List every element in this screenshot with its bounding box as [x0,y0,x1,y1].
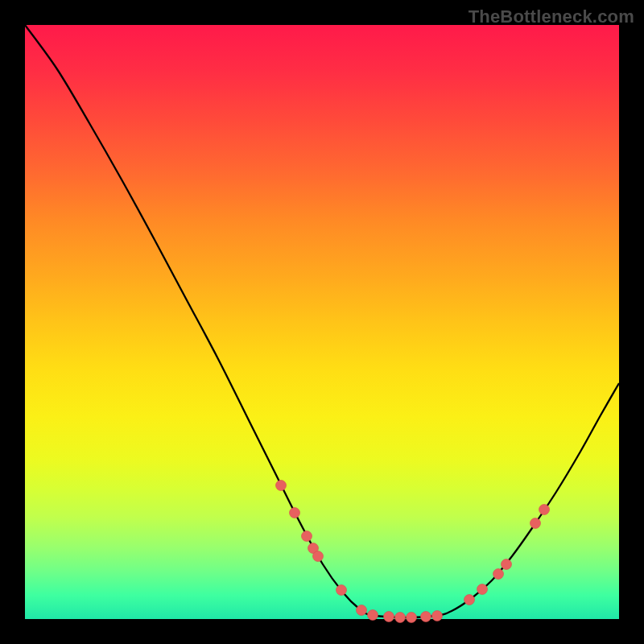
sample-dot [464,595,475,605]
sample-dot [395,613,406,623]
bottleneck-curve [25,25,619,617]
plot-area [25,25,619,619]
sample-dot [432,611,443,621]
sample-dot [276,481,287,491]
sample-dot [407,613,417,623]
sample-dot [539,505,550,515]
curve-svg [25,25,619,619]
sample-dot [313,551,324,562]
sample-dot [302,531,312,542]
sample-dot [477,584,488,595]
sample-dot [384,612,394,622]
sample-dot [357,605,367,616]
sample-dot [502,559,512,570]
sample-dot [290,508,300,518]
sample-dot [368,610,378,621]
sample-dots-group [276,481,550,623]
sample-dot [530,518,541,529]
sample-dot [336,585,347,596]
sample-dot [421,612,431,622]
watermark-text: TheBottleneck.com [469,6,634,27]
sample-dot [493,569,504,580]
chart-container: TheBottleneck.com [0,0,644,644]
